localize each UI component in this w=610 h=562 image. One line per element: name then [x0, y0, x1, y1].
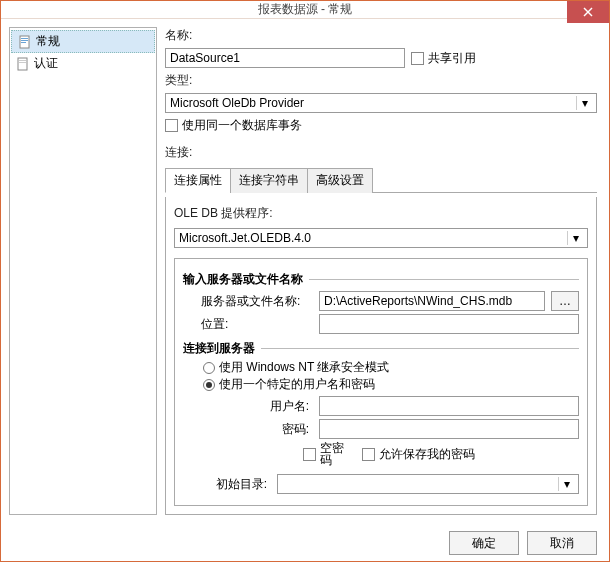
oledb-label: OLE DB 提供程序:: [174, 205, 588, 222]
sidebar-item-label: 常规: [36, 33, 60, 50]
inner-group: 输入服务器或文件名称 服务器或文件名称: … 位置:: [174, 258, 588, 506]
page-icon: [18, 35, 32, 49]
checkbox-label: 共享引用: [428, 50, 476, 67]
tab-advanced[interactable]: 高级设置: [307, 168, 373, 193]
connect-section-title: 连接到服务器: [183, 340, 255, 357]
allow-save-password-checkbox[interactable]: 允许保存我的密码: [362, 442, 475, 466]
browse-button[interactable]: …: [551, 291, 579, 311]
svg-rect-3: [21, 38, 28, 39]
divider: [261, 348, 579, 349]
username-label: 用户名:: [201, 398, 313, 415]
initdir-dropdown[interactable]: ▾: [277, 474, 579, 494]
tab-panel-conn-props: OLE DB 提供程序: Microsoft.Jet.OLEDB.4.0 ▾ 输…: [165, 197, 597, 515]
checkbox-icon: [362, 448, 375, 461]
type-dropdown[interactable]: Microsoft OleDb Provider ▾: [165, 93, 597, 113]
initdir-label: 初始目录:: [201, 476, 271, 493]
radio-specific-user[interactable]: 使用一个特定的用户名和密码: [203, 376, 579, 393]
password-input[interactable]: [319, 419, 579, 439]
svg-rect-7: [19, 60, 26, 61]
sidebar-item-label: 认证: [34, 55, 58, 72]
location-input[interactable]: [319, 314, 579, 334]
svg-rect-5: [21, 42, 26, 43]
radio-label: 使用 Windows NT 继承安全模式: [219, 359, 389, 376]
tabs: 连接属性 连接字符串 高级设置: [165, 167, 597, 193]
chevron-down-icon: ▾: [558, 477, 574, 491]
ok-button[interactable]: 确定: [449, 531, 519, 555]
window-title: 报表数据源 - 常规: [258, 1, 353, 18]
oledb-provider-dropdown[interactable]: Microsoft.Jet.OLEDB.4.0 ▾: [174, 228, 588, 248]
tab-conn-string[interactable]: 连接字符串: [230, 168, 308, 193]
dropdown-value: Microsoft OleDb Provider: [170, 96, 304, 110]
radio-windows-nt[interactable]: 使用 Windows NT 继承安全模式: [203, 359, 579, 376]
server-input[interactable]: [319, 291, 545, 311]
name-label: 名称:: [165, 27, 597, 44]
checkbox-icon: [303, 448, 316, 461]
sidebar-item-auth[interactable]: 认证: [10, 53, 156, 74]
dialog-footer: 确定 取消: [1, 523, 609, 562]
radio-label: 使用一个特定的用户名和密码: [219, 376, 375, 393]
dialog-window: 报表数据源 - 常规 常规 认证 名称:: [0, 0, 610, 562]
connection-label: 连接:: [165, 144, 597, 161]
password-label: 密码:: [201, 421, 313, 438]
checkbox-icon: [165, 119, 178, 132]
username-input[interactable]: [319, 396, 579, 416]
close-button[interactable]: [567, 1, 609, 23]
tab-conn-props[interactable]: 连接属性: [165, 168, 231, 193]
name-input[interactable]: [165, 48, 405, 68]
location-label: 位置:: [201, 316, 313, 333]
radio-icon: [203, 379, 215, 391]
checkbox-label: 空密码: [320, 442, 348, 466]
divider: [309, 279, 579, 280]
checkbox-label: 使用同一个数据库事务: [182, 117, 302, 134]
server-label: 服务器或文件名称:: [201, 293, 313, 310]
page-icon: [16, 57, 30, 71]
title-bar: 报表数据源 - 常规: [1, 1, 609, 19]
same-transaction-checkbox[interactable]: 使用同一个数据库事务: [165, 117, 597, 134]
dropdown-value: Microsoft.Jet.OLEDB.4.0: [179, 231, 311, 245]
svg-rect-6: [18, 58, 27, 70]
dialog-body: 常规 认证 名称: 共享引用 类型: Microsoft OleDb Provi…: [1, 19, 609, 523]
svg-rect-8: [19, 62, 26, 63]
ellipsis-icon: …: [559, 294, 571, 308]
chevron-down-icon: ▾: [567, 231, 583, 245]
main-panel: 名称: 共享引用 类型: Microsoft OleDb Provider ▾ …: [161, 27, 601, 515]
radio-icon: [203, 362, 215, 374]
chevron-down-icon: ▾: [576, 96, 592, 110]
server-section-title: 输入服务器或文件名称: [183, 271, 303, 288]
close-icon: [583, 7, 593, 17]
blank-password-checkbox[interactable]: 空密码: [303, 442, 348, 466]
type-label: 类型:: [165, 72, 597, 89]
sidebar-item-general[interactable]: 常规: [11, 30, 155, 53]
checkbox-icon: [411, 52, 424, 65]
cancel-button[interactable]: 取消: [527, 531, 597, 555]
svg-rect-4: [21, 40, 28, 41]
share-ref-checkbox[interactable]: 共享引用: [411, 50, 476, 67]
checkbox-label: 允许保存我的密码: [379, 446, 475, 463]
nav-sidebar: 常规 认证: [9, 27, 157, 515]
